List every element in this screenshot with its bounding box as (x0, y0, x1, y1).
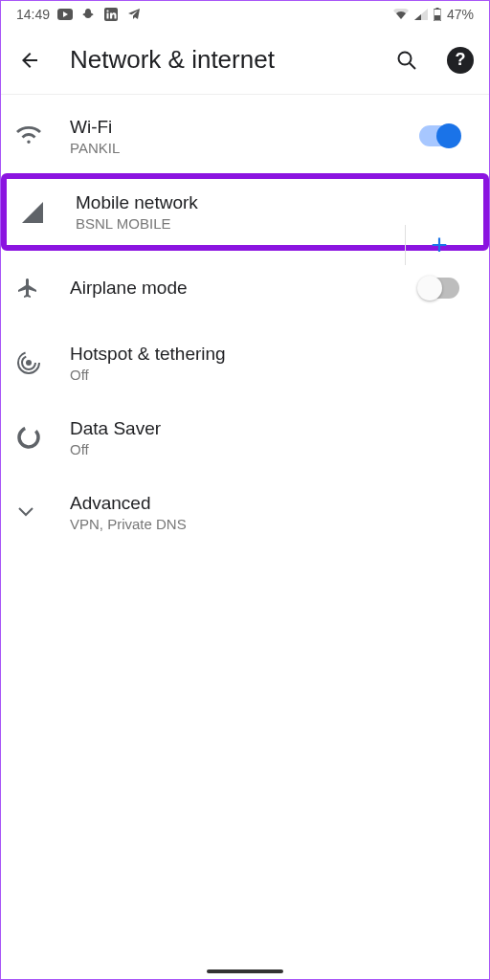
hotspot-row[interactable]: Hotspot & tethering Off (1, 325, 489, 400)
help-button[interactable]: ? (447, 47, 474, 74)
svg-point-13 (16, 425, 41, 450)
header: Network & internet ? (1, 28, 489, 95)
mobile-network-icon (22, 202, 76, 223)
status-bar: 14:49 47% (1, 1, 489, 28)
svg-rect-7 (434, 15, 440, 20)
airplane-icon (16, 277, 70, 300)
svg-point-10 (26, 360, 32, 366)
battery-icon (434, 8, 441, 21)
wifi-toggle[interactable] (419, 125, 459, 146)
youtube-icon (57, 7, 73, 22)
battery-percent: 47% (447, 7, 474, 22)
page-title: Network & internet (70, 45, 367, 75)
nav-handle[interactable] (207, 969, 283, 973)
svg-line-9 (410, 63, 415, 69)
svg-point-8 (399, 52, 412, 64)
airplane-toggle[interactable] (419, 278, 459, 299)
back-button[interactable] (16, 47, 43, 74)
telegram-icon (126, 7, 142, 22)
datasaver-sub: Off (70, 441, 474, 457)
wifi-title: Wi-Fi (70, 117, 405, 138)
datasaver-icon (16, 425, 70, 450)
advanced-row[interactable]: Advanced VPN, Private DNS (1, 475, 489, 549)
wifi-row[interactable]: Wi-Fi PANKIL (1, 99, 489, 173)
svg-rect-3 (107, 13, 109, 19)
svg-point-4 (106, 10, 108, 11)
chevron-down-icon (16, 502, 70, 522)
datasaver-title: Data Saver (70, 418, 474, 439)
wifi-sub: PANKIL (70, 140, 405, 156)
hotspot-title: Hotspot & tethering (70, 344, 474, 365)
status-time: 14:49 (16, 7, 50, 22)
settings-list: Wi-Fi PANKIL Mobile network BSNL MOBILE … (1, 95, 489, 553)
airplane-title: Airplane mode (70, 278, 405, 299)
hotspot-sub: Off (70, 367, 474, 383)
snapchat-icon (80, 7, 96, 22)
wifi-signal-icon (393, 9, 409, 20)
advanced-title: Advanced (70, 493, 474, 514)
cell-signal-icon (414, 9, 428, 20)
mobile-title: Mobile network (76, 192, 483, 213)
linkedin-icon (103, 7, 119, 22)
airplane-mode-row[interactable]: Airplane mode (1, 251, 489, 325)
advanced-sub: VPN, Private DNS (70, 516, 474, 532)
search-button[interactable] (393, 47, 420, 74)
wifi-icon (16, 126, 70, 145)
datasaver-row[interactable]: Data Saver Off (1, 400, 489, 475)
hotspot-icon (16, 350, 70, 375)
